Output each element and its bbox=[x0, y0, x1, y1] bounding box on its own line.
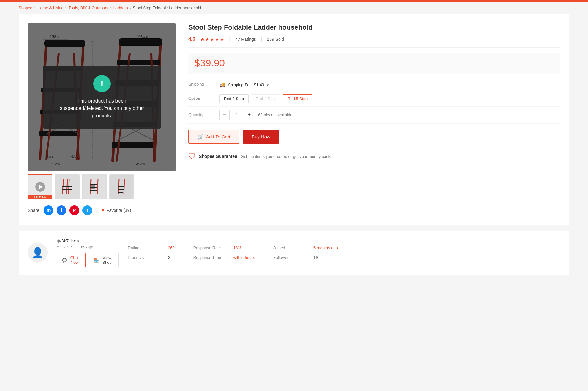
warning-icon: ! bbox=[93, 75, 111, 92]
breadcrumb-ladders[interactable]: Ladders bbox=[113, 6, 128, 10]
thumb-2[interactable] bbox=[55, 174, 80, 199]
shield-icon: 🛡 bbox=[188, 152, 196, 161]
rating-row: 4.6 ★ ★ ★ ★ ★ | 47 Ratings | 139 Sold bbox=[188, 36, 560, 48]
image-section: 158cm bbox=[28, 23, 176, 215]
stat-follower: Follower 19 bbox=[273, 255, 338, 260]
svg-rect-50 bbox=[90, 184, 97, 185]
option-red3step[interactable]: Red 3 Step bbox=[219, 94, 249, 103]
chat-btn-label: Chat Now bbox=[69, 255, 80, 265]
qty-increase-button[interactable]: + bbox=[244, 110, 254, 120]
star-1: ★ bbox=[200, 36, 204, 42]
stat-joined: Joined 6 months ago bbox=[273, 246, 338, 250]
shipping-chevron-icon[interactable]: ∨ bbox=[267, 82, 269, 87]
share-pinterest-button[interactable]: P bbox=[69, 205, 79, 215]
svg-line-49 bbox=[97, 179, 98, 194]
svg-rect-58 bbox=[118, 192, 123, 193]
response-rate-value: 18% bbox=[233, 246, 242, 250]
option-row: Option Red 3 Step Red 4 Step Red 5 Step bbox=[188, 91, 560, 107]
response-time-label: Response Time bbox=[193, 255, 230, 260]
main-product-image: 158cm bbox=[28, 23, 176, 171]
thumb-4[interactable] bbox=[109, 174, 134, 199]
favorite-label: Favorite (39) bbox=[107, 208, 131, 213]
svg-rect-57 bbox=[118, 189, 124, 190]
option-label: Option bbox=[188, 96, 219, 101]
stat-ratings: Ratings 260 bbox=[128, 246, 175, 250]
option-red5step[interactable]: Red 5 Step bbox=[283, 94, 312, 103]
guarantee-text: Get the items you ordered or get your mo… bbox=[241, 154, 331, 159]
breadcrumb: Shopee › Home & Living › Tools, DIY & Ou… bbox=[0, 2, 588, 14]
sold-count: 139 Sold bbox=[267, 37, 284, 42]
thumb-3[interactable] bbox=[82, 174, 107, 199]
messenger-icon: m bbox=[46, 208, 51, 213]
seller-info: ijv3k7_hna Active 19 Hours Ago 💬 Chat No… bbox=[57, 238, 119, 267]
svg-rect-42 bbox=[62, 186, 67, 187]
action-row: 🛒 Add To Cart Buy Now bbox=[188, 130, 560, 144]
svg-line-38 bbox=[62, 179, 64, 194]
stat-group-3: Joined 6 months ago Follower 19 bbox=[273, 246, 338, 260]
star-rating: ★ ★ ★ ★ ★ bbox=[200, 36, 224, 42]
star-2: ★ bbox=[205, 36, 209, 42]
joined-value: 6 months ago bbox=[313, 246, 338, 250]
product-info: Stool Step Foldable Ladder household 4.6… bbox=[188, 23, 560, 215]
breadcrumb-home-living[interactable]: Home & Living bbox=[37, 6, 64, 10]
thumb-1[interactable]: 5.5 ★ $20 bbox=[28, 174, 52, 199]
shipping-label: Shipping bbox=[188, 82, 219, 86]
sep1: | bbox=[229, 37, 230, 42]
stat-products: Products 3 bbox=[128, 255, 175, 260]
star-3: ★ bbox=[210, 36, 214, 42]
svg-line-40 bbox=[69, 179, 69, 194]
breadcrumb-current: Stool Step Foldable Ladder household bbox=[133, 6, 201, 10]
view-shop-button[interactable]: 🏪 View Shop bbox=[89, 253, 119, 267]
svg-rect-56 bbox=[118, 186, 124, 187]
follower-label: Follower bbox=[273, 255, 310, 260]
breadcrumb-sep2: › bbox=[65, 6, 67, 10]
cart-icon: 🛒 bbox=[197, 134, 204, 140]
shipping-content: 🚚 Shipping Fee $1.49 ∨ bbox=[219, 82, 560, 88]
share-messenger-button[interactable]: m bbox=[44, 205, 53, 215]
shipping-fee-label: Shipping Fee bbox=[228, 82, 252, 87]
heart-icon: ♥ bbox=[101, 207, 105, 214]
pieces-available: 63 pieces available bbox=[258, 112, 292, 117]
breadcrumb-sep1: › bbox=[34, 6, 36, 10]
add-to-cart-button[interactable]: 🛒 Add To Cart bbox=[188, 130, 239, 144]
share-twitter-button[interactable]: t bbox=[82, 205, 92, 215]
buy-now-button[interactable]: Buy Now bbox=[243, 130, 279, 144]
seller-stats: Ratings 260 Products 3 Response Rate 18%… bbox=[128, 246, 560, 260]
stat-response-time: Response Time within hours bbox=[193, 255, 255, 260]
favorite-button[interactable]: ♥ Favorite (39) bbox=[101, 207, 131, 214]
ratings-count: 47 Ratings bbox=[235, 37, 256, 42]
quantity-row: Quantity − + 63 pieces available bbox=[188, 107, 560, 124]
truck-icon: 🚚 bbox=[219, 82, 225, 88]
svg-rect-43 bbox=[62, 189, 67, 190]
qty-decrease-button[interactable]: − bbox=[220, 110, 229, 120]
stat-group-1: Ratings 260 Products 3 bbox=[128, 246, 175, 260]
share-facebook-button[interactable]: f bbox=[57, 205, 66, 215]
svg-rect-45 bbox=[67, 186, 72, 187]
shop-icon: 🏪 bbox=[94, 258, 99, 263]
svg-line-54 bbox=[124, 179, 124, 194]
svg-line-39 bbox=[67, 179, 67, 194]
option-red4step[interactable]: Red 4 Step bbox=[251, 94, 280, 103]
twitter-icon: t bbox=[87, 208, 88, 212]
quantity-label: Quantity bbox=[188, 112, 219, 117]
suspended-modal: ! This product has been suspended/delete… bbox=[43, 66, 161, 129]
chat-now-button[interactable]: 💬 Chat Now bbox=[57, 253, 86, 267]
svg-rect-51 bbox=[90, 187, 97, 188]
breadcrumb-shopee[interactable]: Shopee bbox=[19, 6, 32, 10]
seller-active-status: Active 19 Hours Ago bbox=[57, 245, 119, 249]
price-section: $39.90 bbox=[188, 53, 560, 74]
seller-card: 👤 ijv3k7_hna Active 19 Hours Ago 💬 Chat … bbox=[19, 231, 569, 275]
qty-input[interactable] bbox=[229, 110, 244, 120]
svg-rect-46 bbox=[67, 189, 72, 190]
seller-buttons: 💬 Chat Now 🏪 View Shop bbox=[57, 253, 119, 267]
breadcrumb-tools[interactable]: Tools, DIY & Outdoors bbox=[69, 6, 108, 10]
share-divider bbox=[97, 207, 97, 214]
ratings-stat-label: Ratings bbox=[128, 246, 165, 250]
response-time-value: within hours bbox=[233, 255, 255, 260]
chat-icon: 💬 bbox=[62, 258, 67, 263]
product-title: Stool Step Foldable Ladder household bbox=[188, 23, 560, 32]
response-rate-label: Response Rate bbox=[193, 246, 230, 250]
product-card: 158cm bbox=[19, 14, 569, 225]
add-to-cart-label: Add To Cart bbox=[206, 134, 230, 139]
shipping-fee-value: $1.49 bbox=[254, 82, 264, 87]
